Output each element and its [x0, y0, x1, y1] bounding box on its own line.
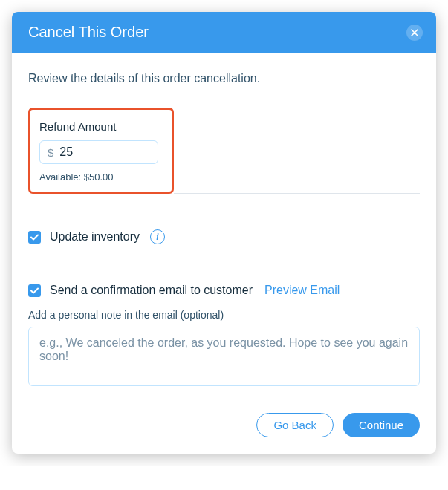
confirmation-email-checkbox[interactable] — [28, 284, 41, 297]
check-icon — [30, 234, 39, 241]
modal-body: Review the details of this order cancell… — [12, 53, 436, 454]
refund-amount-input-wrapper[interactable]: $ — [39, 140, 158, 164]
refund-row: Refund Amount $ Available: $50.00 — [28, 108, 420, 194]
personal-note-textarea[interactable] — [28, 327, 420, 386]
update-inventory-label: Update inventory — [50, 230, 140, 244]
refund-highlight-box: Refund Amount $ Available: $50.00 — [28, 108, 174, 194]
preview-email-link[interactable]: Preview Email — [264, 284, 340, 297]
update-inventory-checkbox[interactable] — [28, 231, 41, 244]
confirmation-email-label: Send a confirmation email to customer — [50, 284, 253, 297]
modal-footer: Go Back Continue — [28, 413, 420, 437]
modal-title: Cancel This Order — [28, 24, 149, 41]
continue-button[interactable]: Continue — [343, 413, 420, 437]
close-button[interactable] — [406, 24, 423, 41]
refund-available-text: Available: $50.00 — [39, 172, 161, 183]
divider — [28, 264, 420, 264]
close-icon — [411, 29, 418, 36]
cancel-order-modal: Cancel This Order Review the details of … — [12, 12, 436, 454]
refund-amount-label: Refund Amount — [39, 120, 161, 133]
modal-header: Cancel This Order — [12, 12, 436, 53]
currency-symbol: $ — [48, 146, 53, 159]
info-icon[interactable]: i — [150, 229, 165, 244]
go-back-button[interactable]: Go Back — [256, 413, 334, 437]
refund-amount-input[interactable] — [59, 146, 150, 159]
personal-note-label: Add a personal note in the email (option… — [28, 309, 420, 321]
check-icon — [30, 287, 39, 294]
divider — [174, 193, 420, 194]
confirmation-email-row: Send a confirmation email to customer Pr… — [28, 284, 420, 297]
update-inventory-row: Update inventory i — [28, 229, 420, 244]
review-text: Review the details of this order cancell… — [28, 72, 420, 85]
